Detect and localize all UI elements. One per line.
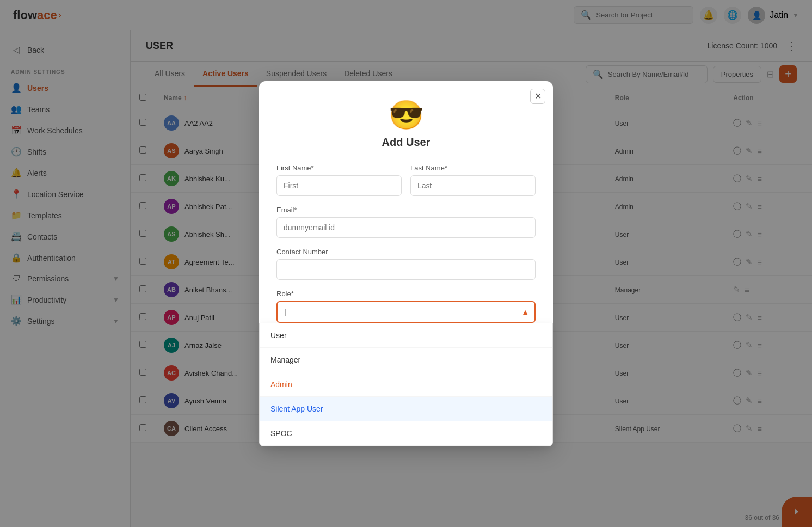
email-field[interactable] [276, 217, 536, 238]
email-label: Email* [276, 206, 536, 214]
name-row: First Name* Last Name* [276, 164, 536, 196]
modal-overlay: 😎 Add User ✕ First Name* Last Name* Emai… [0, 0, 812, 527]
role-option-user[interactable]: User [260, 323, 552, 348]
contact-label: Contact Number [276, 248, 536, 256]
email-group: Email* [276, 206, 536, 238]
role-option-manager[interactable]: Manager [260, 348, 552, 372]
role-option-silent-app-user[interactable]: Silent App User [260, 397, 552, 421]
last-name-field[interactable] [410, 175, 536, 196]
first-name-group: First Name* [276, 164, 402, 196]
role-select-wrapper: ▲ [276, 301, 536, 323]
role-dropdown: User Manager Admin Silent App User SPOC [259, 323, 553, 446]
modal-emoji: 😎 [276, 99, 536, 132]
last-name-group: Last Name* [410, 164, 536, 196]
role-input[interactable] [276, 301, 536, 323]
role-option-spoc[interactable]: SPOC [260, 421, 552, 446]
role-option-admin[interactable]: Admin [260, 372, 552, 397]
modal-title: Add User [276, 136, 536, 149]
first-name-label: First Name* [276, 164, 402, 172]
first-name-field[interactable] [276, 175, 402, 196]
last-name-label: Last Name* [410, 164, 536, 172]
close-button[interactable]: ✕ [530, 89, 545, 104]
contact-field[interactable] [276, 259, 536, 280]
contact-group: Contact Number [276, 248, 536, 280]
role-group: Role* ▲ [276, 290, 536, 323]
role-label: Role* [276, 290, 536, 298]
add-user-modal: 😎 Add User ✕ First Name* Last Name* Emai… [259, 81, 553, 446]
